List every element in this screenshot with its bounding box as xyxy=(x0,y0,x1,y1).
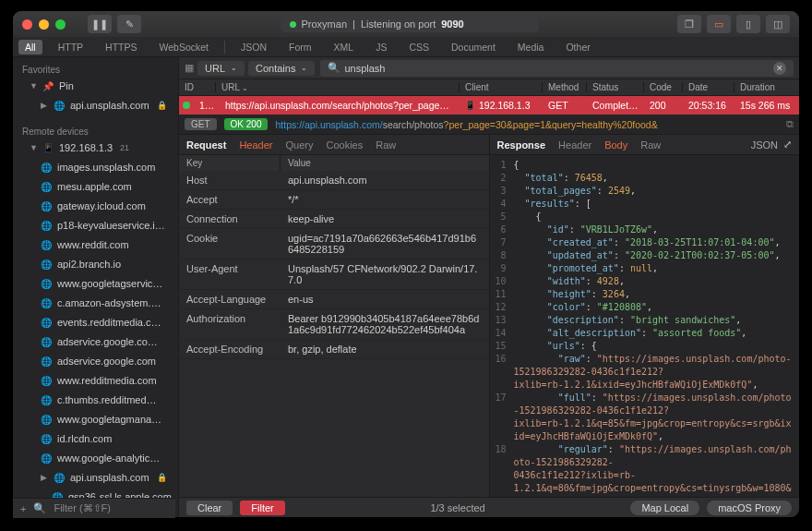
macos-proxy-button[interactable]: macOS Proxy xyxy=(707,501,792,515)
sidebar-item-host[interactable]: 🌐api2.branch.io xyxy=(13,255,178,274)
url-search-input[interactable]: 🔍 unsplash ✕ xyxy=(320,60,794,77)
header-row[interactable]: Accept-Languageen-us xyxy=(179,290,489,309)
chevron-down-icon: ▼ xyxy=(30,79,37,93)
pause-button[interactable]: ❚❚ xyxy=(88,15,112,33)
tab-header[interactable]: Header xyxy=(558,139,591,151)
maximize-window-button[interactable] xyxy=(55,19,66,30)
field-select[interactable]: URL⌄ xyxy=(197,61,245,76)
sidebar-item-host[interactable]: 🌐adservice.google.co… xyxy=(13,332,178,352)
sidebar-item-host[interactable]: 🌐www.googletagservic… xyxy=(13,274,178,294)
operator-select[interactable]: Contains⌄ xyxy=(248,61,315,76)
globe-icon: 🌐 xyxy=(41,258,52,272)
layout-1-button[interactable]: ▭ xyxy=(707,15,731,33)
sidebar-item-host[interactable]: 🌐mesu.apple.com xyxy=(13,177,178,197)
sidebar-item-host[interactable]: 🌐www.redditmedia.com xyxy=(13,371,178,391)
tab-raw[interactable]: Raw xyxy=(640,139,661,151)
column-client[interactable]: Client xyxy=(460,82,543,92)
filter-js[interactable]: JS xyxy=(369,40,393,54)
globe-icon: 🌐 xyxy=(41,199,52,213)
sidebar-item-api-unsplash-pinned[interactable]: ▶ 🌐 api.unsplash.com 🔒 xyxy=(13,96,178,115)
sidebar-item-api-unsplash[interactable]: ▶ 🌐 api.unsplash.com 🔒 xyxy=(13,468,178,488)
add-button[interactable]: + xyxy=(20,503,26,514)
tab-cookies[interactable]: Cookies xyxy=(326,139,363,151)
filter-bar: All HTTP HTTPS WebSocket JSON Form XML J… xyxy=(13,37,799,57)
chevron-down-icon: ⌄ xyxy=(231,64,237,72)
header-row[interactable]: User-AgentUnsplash/57 CFNetwork/902.2 Da… xyxy=(179,259,489,290)
filter-all[interactable]: All xyxy=(18,40,42,54)
filter-https[interactable]: HTTPS xyxy=(99,40,143,54)
expand-icon[interactable]: ⤢ xyxy=(783,139,792,151)
toolbar-toggle-icon[interactable]: ▦ xyxy=(185,62,194,74)
filter-button[interactable]: Filter xyxy=(240,501,284,515)
filter-websocket[interactable]: WebSocket xyxy=(153,40,216,54)
sidebar-item-host[interactable]: 🌐images.unsplash.com xyxy=(13,158,178,177)
sidebar-item-host[interactable]: 🌐gateway.icloud.com xyxy=(13,197,178,216)
sidebar-item-host[interactable]: 🌐p18-keyvalueservice.i… xyxy=(13,216,178,235)
filter-other[interactable]: Other xyxy=(559,40,596,54)
layout-3-button[interactable]: ◫ xyxy=(766,15,790,33)
sidebar-item-host[interactable]: 🌐www.googletagmana… xyxy=(13,410,178,429)
favorites-header: Favorites xyxy=(13,61,178,77)
pin-group[interactable]: ▼ 📌 Pin xyxy=(13,77,178,96)
globe-icon: 🌐 xyxy=(41,413,52,427)
layout-2-button[interactable]: ▯ xyxy=(736,15,760,33)
close-window-button[interactable] xyxy=(22,19,32,30)
compose-button[interactable]: ✎ xyxy=(117,15,141,33)
copy-icon[interactable]: ⧉ xyxy=(786,118,794,130)
app-name: Proxyman xyxy=(302,18,348,30)
header-row[interactable]: Hostapi.unsplash.com xyxy=(179,171,489,190)
remote-devices-header: Remote devices xyxy=(13,123,178,139)
sidebar-item-host[interactable]: 🌐c.thumbs.redditmed… xyxy=(13,391,178,410)
header-row[interactable]: Accept*/* xyxy=(179,190,489,210)
http-status-badge: OK 200 xyxy=(224,118,269,130)
filter-http[interactable]: HTTP xyxy=(52,40,90,54)
filter-form[interactable]: Form xyxy=(282,40,318,54)
globe-icon: 🌐 xyxy=(54,99,65,113)
filter-css[interactable]: CSS xyxy=(402,40,436,54)
sidebar-item-host[interactable]: 🌐www.reddit.com xyxy=(13,235,178,255)
clear-button[interactable]: Clear xyxy=(186,501,233,515)
header-row[interactable]: AuthorizationBearer b912990b3405b4187a64… xyxy=(179,309,489,340)
header-key-col: Key xyxy=(179,155,281,171)
sidebar-filter-input[interactable]: Filter (⌘⇧F) xyxy=(54,502,111,514)
minimize-window-button[interactable] xyxy=(39,19,49,30)
chevron-down-icon: ⌄ xyxy=(242,84,248,92)
sidebar-item-host[interactable]: 🌐events.redditmedia.c… xyxy=(13,313,178,332)
header-row[interactable]: Cookieugid=ac7191a70a662663e546b417d91b6… xyxy=(179,229,489,259)
filter-media[interactable]: Media xyxy=(511,40,551,54)
column-id[interactable]: ID xyxy=(179,82,216,92)
column-status[interactable]: Status xyxy=(587,82,644,92)
tab-body[interactable]: Body xyxy=(604,139,627,151)
header-row[interactable]: Connectionkeep-alive xyxy=(179,210,489,229)
tab-raw[interactable]: Raw xyxy=(376,139,396,151)
chevron-down-icon: ▼ xyxy=(30,141,37,155)
request-row-selected[interactable]: 147 https://api.unsplash.com/search/phot… xyxy=(179,96,799,115)
response-title: Response xyxy=(497,139,546,151)
device-icon: 📱 xyxy=(465,101,475,110)
sidebar-item-host[interactable]: 🌐adservice.google.com xyxy=(13,352,178,371)
clear-search-button[interactable]: ✕ xyxy=(773,62,786,75)
column-duration[interactable]: Duration xyxy=(734,82,799,92)
windows-button[interactable]: ❐ xyxy=(677,15,701,33)
tab-header[interactable]: Header xyxy=(239,139,272,151)
column-date[interactable]: Date xyxy=(683,82,734,92)
header-row[interactable]: Accept-Encodingbr, gzip, deflate xyxy=(179,340,489,359)
sidebar-item-host[interactable]: 🌐www.google-analytic… xyxy=(13,449,178,468)
status-dot-icon xyxy=(183,102,190,109)
map-local-button[interactable]: Map Local xyxy=(630,501,699,515)
response-json-body[interactable]: 1{2 "total": 76458,3 "total_pages": 2549… xyxy=(490,155,800,497)
body-format-label[interactable]: JSON xyxy=(751,139,778,151)
tab-query[interactable]: Query xyxy=(285,139,313,151)
column-url[interactable]: URL ⌄ xyxy=(216,82,460,92)
filter-json[interactable]: JSON xyxy=(234,40,273,54)
column-code[interactable]: Code xyxy=(644,82,683,92)
filter-xml[interactable]: XML xyxy=(328,40,361,54)
sidebar-item-host[interactable]: 🌐id.rlcdn.com xyxy=(13,429,178,449)
device-item[interactable]: ▼ 📱 192.168.1.3 21 xyxy=(13,139,178,158)
filter-document[interactable]: Document xyxy=(445,40,502,54)
sidebar-item-host[interactable]: 🌐c.amazon-adsystem.… xyxy=(13,294,178,313)
column-method[interactable]: Method xyxy=(543,82,587,92)
globe-icon: 🌐 xyxy=(41,393,52,407)
status-dot-icon xyxy=(290,21,296,28)
globe-icon: 🌐 xyxy=(41,335,52,349)
